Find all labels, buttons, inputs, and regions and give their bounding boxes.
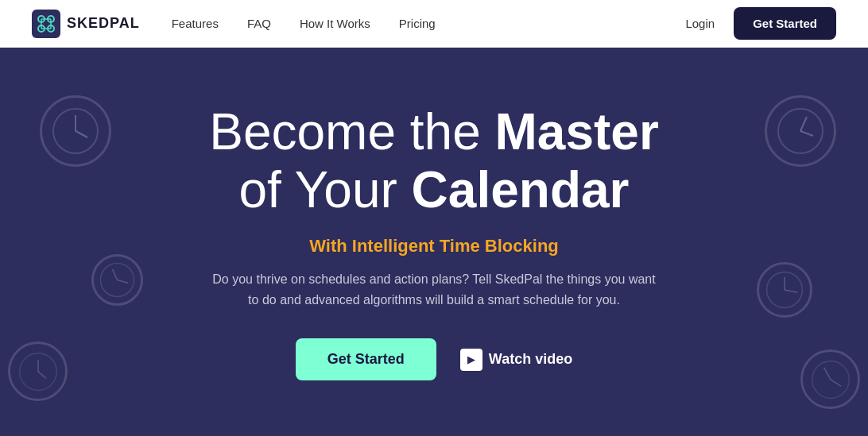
video-camera-icon [460,349,482,371]
navbar: SKEDPAL Features FAQ How It Works Pricin… [0,0,868,48]
clock-decoration-2 [91,254,143,306]
logo[interactable]: SKEDPAL [32,10,140,38]
svg-line-14 [118,280,129,284]
svg-line-17 [38,372,46,378]
nav-item-features[interactable]: Features [172,17,219,31]
nav-item-faq[interactable]: FAQ [247,17,271,31]
clock-decoration-4 [765,95,836,167]
clock-decoration-5 [757,262,812,318]
get-started-hero-button[interactable]: Get Started [296,338,436,380]
svg-line-25 [823,368,830,380]
logo-text: SKEDPAL [67,15,140,32]
svg-rect-0 [32,10,60,38]
svg-line-11 [76,131,87,137]
get-started-nav-button[interactable]: Get Started [734,7,836,40]
hero-title-line2: of Your Calendar [239,161,630,218]
clock-decoration-6 [800,349,860,409]
svg-line-26 [831,380,841,386]
watch-video-label: Watch video [489,351,572,368]
hero-actions: Get Started Watch video [296,338,572,380]
login-link[interactable]: Login [685,17,715,30]
skedpal-logo-icon [32,10,60,38]
hero-title: Become the Master of Your Calendar [209,103,659,220]
hero-description: Do you thrive on schedules and action pl… [211,269,657,310]
navbar-left: SKEDPAL Features FAQ How It Works Pricin… [32,10,436,38]
svg-line-20 [800,131,813,136]
clock-decoration-1 [40,95,111,167]
nav-item-how-it-works[interactable]: How It Works [300,17,370,31]
hero-section: Become the Master of Your Calendar With … [0,48,868,436]
nav-item-pricing[interactable]: Pricing [399,17,436,31]
svg-line-23 [785,290,797,292]
navbar-right: Login Get Started [685,7,836,40]
watch-video-button[interactable]: Watch video [460,349,572,371]
hero-title-line1: Become the Master [209,103,659,160]
svg-line-19 [800,117,807,131]
nav-links: Features FAQ How It Works Pricing [172,17,436,31]
svg-line-13 [113,269,118,280]
hero-subtitle: With Intelligent Time Blocking [309,236,559,257]
clock-decoration-3 [8,341,68,401]
